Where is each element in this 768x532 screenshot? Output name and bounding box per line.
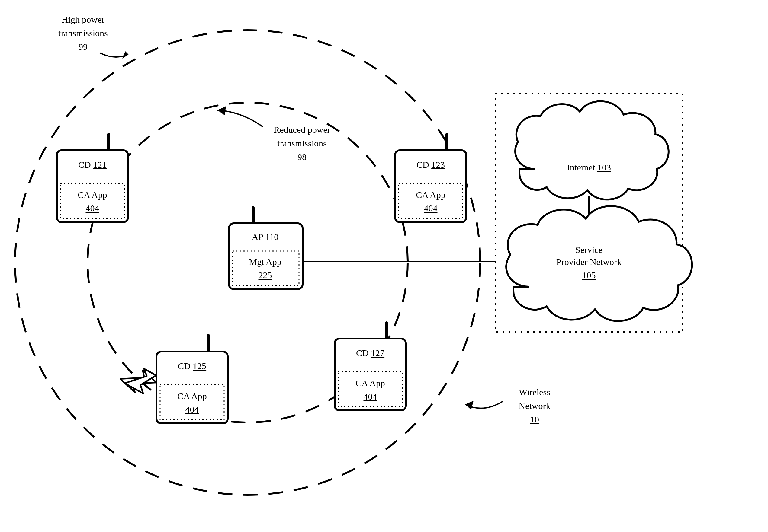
- cd-127-node: CD 127 CA App 404: [335, 323, 406, 410]
- svg-text:Service: Service: [575, 245, 603, 255]
- svg-text:CD 125: CD 125: [178, 361, 206, 371]
- svg-text:99: 99: [78, 42, 88, 52]
- svg-text:CD 123: CD 123: [416, 160, 445, 170]
- svg-text:Mgt App: Mgt App: [249, 257, 282, 267]
- svg-text:transmissions: transmissions: [277, 138, 327, 148]
- svg-text:Wireless: Wireless: [519, 387, 550, 397]
- svg-text:404: 404: [185, 404, 199, 414]
- svg-text:CA App: CA App: [78, 190, 107, 200]
- svg-text:225: 225: [259, 270, 272, 280]
- wireless-network-label: Wireless Network 10: [519, 387, 550, 424]
- svg-marker-48: [465, 401, 473, 410]
- svg-text:404: 404: [86, 203, 99, 213]
- svg-text:105: 105: [582, 270, 596, 280]
- svg-text:Network: Network: [519, 401, 550, 411]
- high-power-label: High power transmissions 99: [58, 14, 107, 52]
- svg-text:AP 110: AP 110: [252, 232, 279, 242]
- svg-text:Provider Network: Provider Network: [556, 257, 622, 267]
- svg-marker-44: [218, 106, 226, 115]
- reduced-power-label: Reduced power transmissions 98: [274, 125, 330, 162]
- internet-cloud: Internet 103: [515, 101, 669, 199]
- svg-text:High power: High power: [62, 14, 104, 24]
- svg-text:CD 127: CD 127: [356, 348, 384, 358]
- svg-text:10: 10: [530, 414, 539, 424]
- svg-text:98: 98: [298, 152, 307, 162]
- cd-123-node: CD 123 CA App 404: [395, 134, 466, 222]
- network-diagram: Packet Switched Backbone Network 101 Int…: [0, 0, 768, 532]
- svg-text:CA App: CA App: [177, 391, 207, 401]
- svg-text:404: 404: [364, 391, 377, 401]
- cd-125-motion-arrow: [118, 366, 158, 396]
- svg-text:transmissions: transmissions: [58, 28, 107, 38]
- cd-121-node: CD 121 CA App 404: [57, 134, 128, 222]
- cd-125-node: CD 125 CA App 404: [156, 336, 228, 423]
- ap-110-node: AP 110 Mgt App 225: [229, 208, 303, 289]
- svg-text:Internet  103: Internet 103: [567, 162, 611, 172]
- svg-text:CD 121: CD 121: [78, 160, 107, 170]
- svg-text:CA App: CA App: [355, 378, 385, 388]
- svg-text:CA App: CA App: [416, 190, 445, 200]
- svg-text:Reduced power: Reduced power: [274, 125, 330, 135]
- svg-text:404: 404: [424, 203, 438, 213]
